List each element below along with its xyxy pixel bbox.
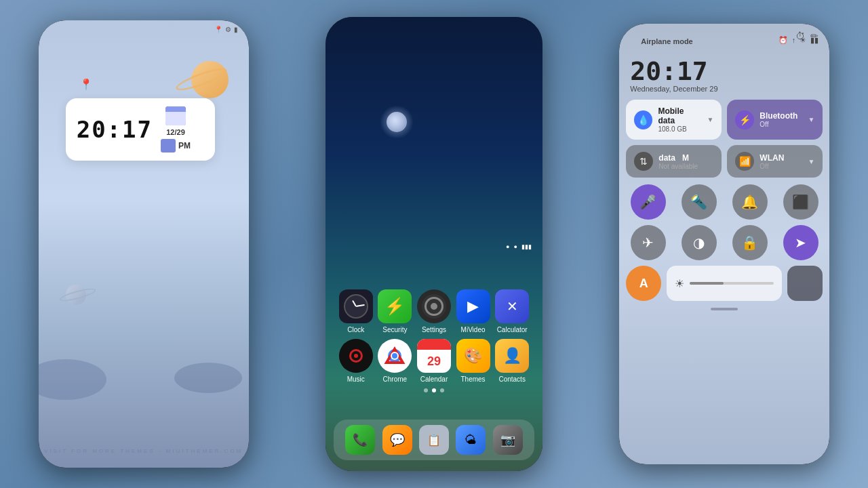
settings-gear-icon bbox=[422, 294, 446, 319]
bluetooth-text: Bluetooth Off bbox=[760, 111, 797, 128]
mobile-data-unit: GB bbox=[677, 125, 686, 133]
wlan-label: WLAN bbox=[760, 153, 784, 163]
app-chrome[interactable]: Chrome bbox=[376, 339, 414, 383]
data-label: data M bbox=[658, 153, 698, 163]
bluetooth-label: Bluetooth bbox=[760, 111, 797, 121]
music-icon-container bbox=[339, 339, 373, 373]
edit-icon[interactable]: ✏ bbox=[810, 30, 818, 41]
app-music[interactable]: Music bbox=[337, 339, 375, 383]
dock-message-icon[interactable]: 💬 bbox=[382, 425, 412, 455]
apps-row-1: Clock ⚡ Security Settings bbox=[336, 289, 532, 333]
app-grid: Clock ⚡ Security Settings bbox=[326, 289, 542, 396]
app-calendar[interactable]: 29 Calendar bbox=[415, 339, 453, 383]
app-label-chrome: Chrome bbox=[383, 375, 408, 383]
mobile-data-text: Mobile data 108.0 GB bbox=[658, 106, 701, 133]
time-widget: 20:17 12/29 PM bbox=[66, 98, 215, 161]
app-clock[interactable]: Clock bbox=[337, 289, 375, 333]
page-dot-3 bbox=[440, 388, 444, 392]
music-inner bbox=[339, 339, 373, 373]
chrome-center2 bbox=[392, 353, 397, 359]
alarm-icon: ⏰ bbox=[778, 36, 788, 45]
bluetooth-tile[interactable]: ⚡ Bluetooth Off ▼ bbox=[727, 100, 823, 140]
dock-phone-icon[interactable]: 📞 bbox=[345, 425, 375, 455]
app-themes[interactable]: 🎨 Themes bbox=[454, 339, 492, 383]
mobile-data-tile[interactable]: 💧 Mobile data 108.0 GB ▼ bbox=[626, 100, 722, 140]
accessibility-label: A bbox=[639, 277, 648, 291]
widget-ampm-row: PM bbox=[161, 139, 191, 152]
bell-button[interactable]: 🔔 bbox=[732, 184, 768, 220]
music-disc bbox=[349, 349, 363, 363]
blob-decoration-right bbox=[174, 363, 242, 393]
cal-body bbox=[165, 112, 186, 125]
widget-date-section: 12/29 PM bbox=[161, 106, 191, 152]
settings-ring bbox=[425, 297, 443, 316]
moon-decoration bbox=[387, 112, 407, 132]
apps-row-2: Music Chrome bbox=[336, 339, 532, 383]
themes-icon-container: 🎨 bbox=[456, 339, 490, 373]
accessibility-button[interactable]: A bbox=[626, 266, 661, 301]
dock-notes-icon[interactable]: 📋 bbox=[419, 425, 449, 455]
dock-weather-icon[interactable]: 🌤 bbox=[456, 425, 486, 455]
mobile-data-num: 108.0 bbox=[658, 125, 675, 133]
wlan-tile[interactable]: 📶 WLAN Off ▼ bbox=[727, 145, 823, 178]
invert-button[interactable]: ◑ bbox=[682, 225, 717, 260]
lock-button[interactable]: 🔒 bbox=[732, 225, 768, 260]
calendar-header bbox=[417, 339, 451, 350]
p2-battery: ▮▮▮ bbox=[521, 243, 532, 250]
control-center-datetime: 20:17 Wednesday, December 29 bbox=[619, 54, 829, 96]
planet-big-decoration bbox=[181, 61, 229, 98]
nfc-button[interactable]: ⬛ bbox=[783, 184, 818, 220]
app-contacts[interactable]: 👤 Contacts bbox=[493, 339, 531, 383]
location-pin: 📍 bbox=[79, 78, 93, 91]
status-icon-battery: ▮ bbox=[234, 26, 238, 468]
mivideo-icon-container: ▶ bbox=[456, 289, 490, 323]
widget-time-display: 20:17 bbox=[77, 116, 153, 143]
flashlight-button[interactable]: 🔦 bbox=[682, 184, 717, 220]
music-disc-center bbox=[354, 354, 358, 358]
bluetooth-icon: ⚡ bbox=[735, 110, 754, 129]
p2-status-dot2: ● bbox=[514, 243, 517, 250]
data-tile[interactable]: ⇅ data M Not available bbox=[626, 145, 722, 178]
bluetooth-chevron: ▼ bbox=[808, 116, 814, 123]
app-label-calculator: Calculator bbox=[497, 326, 528, 333]
security-icon-container: ⚡ bbox=[378, 289, 412, 323]
p2-status-dot1: ● bbox=[506, 243, 509, 250]
app-security[interactable]: ⚡ Security bbox=[376, 289, 414, 333]
phone-control-center: Airplane mode ⏰ ↑ ☀ ▮▮ 20:17 Wednesday, … bbox=[619, 24, 829, 464]
dark-mode-tile[interactable] bbox=[787, 266, 823, 301]
chrome-icon-container bbox=[378, 339, 412, 373]
calendar-date-num: 29 bbox=[427, 354, 441, 369]
dock-camera-icon[interactable]: 📷 bbox=[493, 425, 523, 455]
clock-face bbox=[344, 294, 368, 319]
page-indicator bbox=[336, 388, 532, 392]
control-buttons-row2: ✈ ◑ 🔒 ➤ bbox=[619, 220, 829, 260]
lockscreen-screen: 📍 ⚙ ▮ 📍 20:17 12/29 bbox=[39, 20, 249, 468]
control-buttons-row1: 🎤 🔦 🔔 ⬛ bbox=[619, 178, 829, 220]
edit-icons-top: ⏱ ✏ bbox=[795, 30, 818, 41]
brightness-control[interactable]: ☀ bbox=[667, 266, 782, 301]
app-calculator[interactable]: ✕ Calculator bbox=[493, 289, 531, 333]
mic-button[interactable]: 🎤 bbox=[631, 184, 666, 220]
airplane-mode-label: Airplane mode bbox=[630, 30, 703, 49]
app-settings[interactable]: Settings bbox=[415, 289, 453, 333]
data-text: data M Not available bbox=[658, 153, 698, 170]
app-label-mivideo: MiVideo bbox=[461, 326, 486, 333]
phone-homescreen: ● ● ▮▮▮ 20:17 Wednesday 29/12/21 bbox=[326, 17, 542, 471]
wlan-chevron: ▼ bbox=[808, 158, 814, 165]
phone-lockscreen: 📍 ⚙ ▮ 📍 20:17 12/29 bbox=[39, 20, 249, 468]
location-button[interactable]: ➤ bbox=[783, 225, 818, 260]
home-indicator bbox=[711, 308, 738, 310]
planet-small-decoration bbox=[59, 285, 93, 305]
data-icon: ⇅ bbox=[634, 152, 653, 171]
control-tiles-grid: 💧 Mobile data 108.0 GB ▼ ⚡ Bluetooth bbox=[619, 96, 829, 178]
homescreen-screen: ● ● ▮▮▮ 20:17 Wednesday 29/12/21 bbox=[326, 17, 542, 471]
page-dot-1 bbox=[424, 388, 428, 392]
airplane-button[interactable]: ✈ bbox=[631, 225, 666, 260]
mobile-data-icon: 💧 bbox=[634, 110, 652, 129]
app-mivideo[interactable]: ▶ MiVideo bbox=[454, 289, 492, 333]
status-bar-phone2: ● ● ▮▮▮ bbox=[326, 17, 542, 471]
settings-icon-container bbox=[417, 289, 451, 323]
chrome-svg-icon bbox=[382, 344, 407, 368]
timer-icon[interactable]: ⏱ bbox=[795, 30, 805, 41]
wlan-text: WLAN Off bbox=[760, 153, 784, 170]
